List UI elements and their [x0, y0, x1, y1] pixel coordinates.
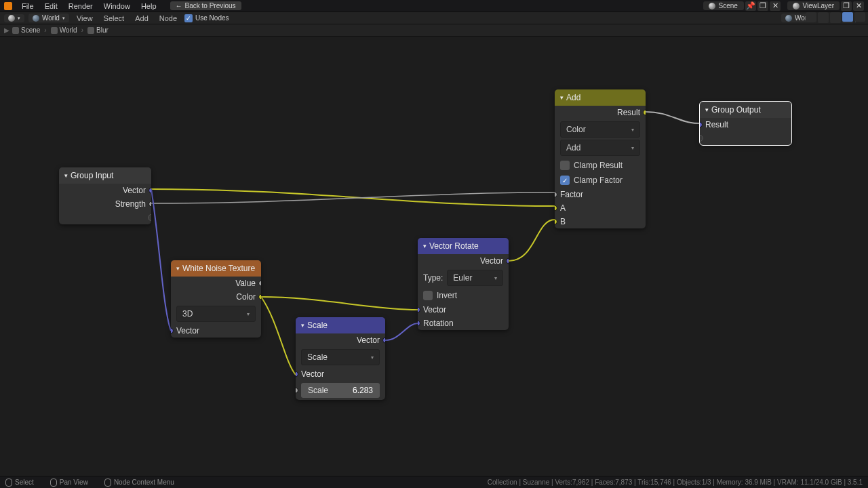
node-header[interactable]: ▾White Noise Texture: [171, 260, 261, 277]
socket-out-strength[interactable]: Strength: [59, 197, 151, 211]
shader-type-dropdown[interactable]: World ▾: [28, 14, 69, 22]
blend-mode-dropdown[interactable]: Add▾: [560, 140, 640, 156]
mix-type-dropdown[interactable]: Color▾: [560, 121, 640, 138]
tool-d-button[interactable]: [854, 12, 865, 22]
scene-new-button[interactable]: ❐: [757, 1, 768, 11]
breadcrumb-scene[interactable]: Scene: [12, 26, 40, 34]
tool-overlay-button[interactable]: [842, 12, 853, 22]
viewlayer-icon: [793, 3, 800, 9]
menu-file[interactable]: File: [18, 2, 38, 10]
invert-checkbox[interactable]: Invert: [418, 288, 509, 303]
back-label: Back to Previous: [185, 2, 236, 9]
menu-edit[interactable]: Edit: [41, 2, 62, 10]
node-title: Add: [566, 93, 580, 102]
use-nodes-checkbox[interactable]: ✓ Use Nodes: [184, 14, 229, 22]
scene-pin-button[interactable]: 📌: [745, 1, 756, 11]
shader-type-label: World: [42, 14, 60, 22]
collapse-icon[interactable]: ▾: [705, 106, 709, 113]
hint-pan: Pan View: [50, 479, 88, 487]
status-bar: Select Pan View Node Context Menu Collec…: [0, 476, 868, 488]
checkbox-icon: [423, 291, 433, 300]
socket-out-vector[interactable]: Vector: [418, 254, 509, 268]
breadcrumb-nodegroup[interactable]: Blur: [87, 26, 108, 34]
socket-in-factor[interactable]: Factor: [555, 188, 646, 201]
world-icon: [785, 15, 792, 22]
back-arrow-icon: ←: [176, 2, 182, 9]
menu-help[interactable]: Help: [137, 2, 161, 10]
menu-render[interactable]: Render: [64, 2, 97, 10]
mouse-right-icon: [104, 479, 111, 487]
socket-out-value[interactable]: Value: [171, 277, 261, 290]
socket-in-vector[interactable]: Vector: [171, 324, 261, 338]
viewlayer-new-button[interactable]: ❐: [841, 1, 852, 11]
node-group-output[interactable]: ▾Group Output Result: [700, 102, 791, 145]
scene-selector[interactable]: Scene: [703, 1, 744, 10]
socket-out-vector[interactable]: Vector: [296, 333, 385, 347]
type-label: Type:: [423, 273, 443, 283]
node-header[interactable]: ▾Group Input: [59, 167, 151, 184]
node-title: White Noise Texture: [182, 264, 255, 273]
checkbox-icon: [560, 161, 570, 170]
viewlayer-selector[interactable]: ViewLayer: [787, 1, 840, 10]
scene-stats: Collection | Suzanne | Verts:7,962 | Fac…: [488, 479, 863, 486]
node-title: Scale: [307, 321, 328, 330]
rotation-type-dropdown[interactable]: Euler▾: [447, 270, 503, 286]
node-group-input[interactable]: ▾Group Input Vector Strength: [59, 167, 151, 224]
menu-add[interactable]: Add: [132, 14, 152, 22]
menu-select[interactable]: Select: [100, 14, 128, 22]
clamp-result-checkbox[interactable]: Clamp Result: [555, 158, 646, 173]
socket-in-virtual[interactable]: [700, 131, 791, 145]
node-title: Group Output: [711, 105, 761, 115]
world-path-icon: [51, 27, 58, 34]
socket-out-virtual[interactable]: [59, 211, 151, 224]
socket-in-rotation[interactable]: Rotation: [418, 317, 509, 330]
clamp-factor-checkbox[interactable]: ✓Clamp Factor: [555, 173, 646, 188]
node-mix-add[interactable]: ▾Add Result Color▾ Add▾ Clamp Result ✓Cl…: [555, 89, 646, 228]
node-header[interactable]: ▾Add: [555, 89, 646, 106]
socket-in-a[interactable]: A: [555, 201, 646, 215]
hint-context: Node Context Menu: [104, 479, 174, 487]
menu-window[interactable]: Window: [100, 2, 134, 10]
collapse-icon[interactable]: ▾: [176, 265, 180, 272]
socket-out-color[interactable]: Color: [171, 290, 261, 304]
socket-in-b[interactable]: B: [555, 215, 646, 228]
editor-type-icon: [8, 15, 15, 22]
socket-in-vector[interactable]: Vector: [418, 303, 509, 317]
collapse-icon[interactable]: ▾: [64, 172, 68, 179]
viewlayer-delete-button[interactable]: ✕: [853, 1, 864, 11]
header-right-tools: [806, 12, 865, 22]
socket-in-result[interactable]: Result: [700, 118, 791, 131]
node-header[interactable]: ▾Vector Rotate: [418, 238, 509, 254]
dimension-dropdown[interactable]: 3D▾: [176, 306, 256, 322]
editor-type-dropdown[interactable]: ▾: [4, 14, 24, 22]
collapse-icon[interactable]: ▾: [560, 94, 564, 101]
node-white-noise-texture[interactable]: ▾White Noise Texture Value Color 3D▾ Vec…: [171, 260, 261, 338]
viewlayer-name: ViewLayer: [802, 2, 834, 9]
blender-logo-icon: [4, 2, 12, 10]
node-editor-header: ▾ World ▾ View Select Add Node ✓ Use Nod…: [0, 12, 868, 24]
socket-out-result[interactable]: Result: [555, 106, 646, 119]
node-path-breadcrumb: ▶ Scene › World › Blur: [0, 24, 868, 37]
breadcrumb-world[interactable]: World: [51, 26, 77, 34]
node-title: Group Input: [71, 171, 113, 180]
collapse-icon[interactable]: ▾: [301, 322, 304, 329]
world-shading-icon: [33, 15, 39, 22]
back-to-previous-button[interactable]: ← Back to Previous: [170, 1, 241, 10]
menu-view[interactable]: View: [73, 14, 96, 22]
tool-a-button[interactable]: [806, 12, 816, 22]
scale-value-field[interactable]: Scale6.283: [301, 383, 380, 398]
node-header[interactable]: ▾Scale: [296, 317, 385, 333]
node-vector-math-scale[interactable]: ▾Scale Vector Scale▾ Vector Scale6.283: [296, 317, 385, 400]
mouse-middle-icon: [50, 479, 57, 487]
node-header[interactable]: ▾Group Output: [700, 102, 791, 118]
socket-in-vector[interactable]: Vector: [296, 367, 385, 381]
tool-c-button[interactable]: [830, 12, 841, 22]
collapse-icon[interactable]: ▾: [423, 243, 427, 249]
node-editor-canvas[interactable]: ▾Group Input Vector Strength ▾Group Outp…: [0, 37, 868, 476]
menu-node[interactable]: Node: [156, 14, 180, 22]
math-operation-dropdown[interactable]: Scale▾: [301, 349, 380, 365]
node-vector-rotate[interactable]: ▾Vector Rotate Vector Type: Euler▾ Inver…: [418, 238, 509, 330]
scene-delete-button[interactable]: ✕: [770, 1, 781, 11]
tool-b-button[interactable]: [818, 12, 829, 22]
socket-out-vector[interactable]: Vector: [59, 184, 151, 197]
